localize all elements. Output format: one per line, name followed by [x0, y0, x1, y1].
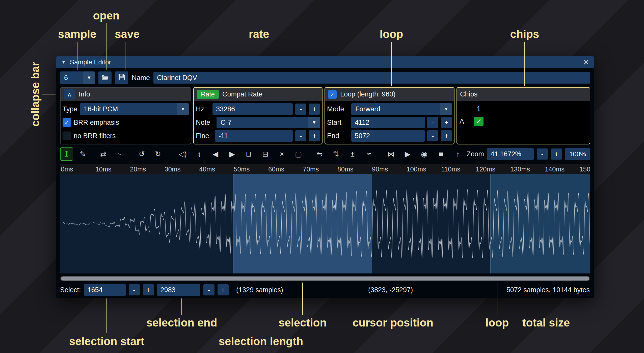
- resample-button[interactable]: ~: [113, 147, 126, 161]
- ruler-tick-label: 50ms: [234, 165, 250, 173]
- normalize-button[interactable]: ↕: [193, 147, 206, 161]
- crossfade-button[interactable]: ⋈: [384, 147, 397, 161]
- redo-button[interactable]: ↻: [151, 147, 165, 161]
- selection-start-minus-button[interactable]: -: [129, 284, 140, 295]
- delete-button[interactable]: ×: [275, 147, 288, 161]
- resize-button[interactable]: ⇄: [97, 147, 110, 161]
- selection-start-plus-button[interactable]: +: [143, 284, 154, 295]
- draw-mode-button[interactable]: ✎: [76, 147, 89, 161]
- rate-header: Rate Compat Rate: [194, 88, 322, 101]
- note-label: Note: [196, 119, 214, 127]
- scrollbar-thumb[interactable]: [61, 276, 589, 281]
- selection-end-input[interactable]: [157, 284, 200, 296]
- signed-unsigned-button[interactable]: ±: [346, 147, 359, 161]
- selection-end-minus-button[interactable]: -: [203, 284, 214, 295]
- note-dropdown[interactable]: C-7 ▼: [217, 117, 320, 128]
- annotation-line-loop-bottom: [497, 283, 497, 315]
- zoom-out-button[interactable]: -: [537, 148, 548, 160]
- mode-label: Mode: [327, 105, 349, 113]
- trim-button[interactable]: ▢: [292, 147, 305, 161]
- sample-number-dropdown[interactable]: 6 ▼: [60, 71, 95, 84]
- folder-open-icon: [101, 73, 109, 82]
- collapse-bar-button[interactable]: ∧: [64, 89, 75, 99]
- loop-enable-checkbox[interactable]: ✓: [328, 90, 337, 99]
- ruler-tick-label: 130ms: [510, 165, 530, 173]
- hz-label: Hz: [196, 105, 210, 113]
- hz-input[interactable]: [212, 103, 293, 115]
- select-mode-button[interactable]: I: [60, 147, 73, 161]
- no-brr-filters-checkbox[interactable]: [63, 132, 71, 140]
- chip-enable-checkbox[interactable]: ✓: [474, 117, 484, 126]
- ruler-tick-label: 40ms: [199, 165, 215, 173]
- zoom-in-button[interactable]: +: [551, 148, 562, 160]
- window-caret-icon[interactable]: ▼: [61, 60, 66, 65]
- save-sample-button[interactable]: [115, 71, 128, 84]
- fade-out-button[interactable]: ▶: [226, 147, 239, 161]
- loop-mode-dropdown[interactable]: Forward ▼: [351, 103, 452, 115]
- annotation-line-total-size: [546, 298, 546, 315]
- ruler-tick-label: 70ms: [303, 165, 319, 173]
- loop-mode-value: Forward: [351, 103, 440, 115]
- minus-icon: -: [541, 150, 544, 158]
- window-titlebar[interactable]: ▼ Sample Editor ×: [56, 56, 594, 68]
- preview-button[interactable]: ▶: [401, 147, 414, 161]
- loop-start-minus-button[interactable]: -: [427, 117, 438, 128]
- import-button[interactable]: ↑: [451, 147, 464, 161]
- annotation-loop-top: loop: [380, 28, 403, 40]
- preview-loop-button[interactable]: ◉: [418, 147, 431, 161]
- loop-end-plus-button[interactable]: +: [441, 130, 452, 141]
- preview-icon: ▶: [405, 150, 410, 158]
- ruler-tick-label: 20ms: [130, 165, 146, 173]
- brr-emphasis-label: BRR emphasis: [74, 119, 119, 127]
- minus-icon: -: [208, 286, 210, 294]
- fine-plus-button[interactable]: +: [309, 130, 320, 141]
- annotation-line-chips: [524, 42, 525, 86]
- ruler-tick-label: 0ms: [61, 165, 73, 173]
- amplify-button[interactable]: ◁): [176, 147, 189, 161]
- annotation-line-open: [106, 23, 106, 70]
- resample-icon: ~: [117, 150, 122, 158]
- annotation-line-loop-bottom: [492, 282, 591, 282]
- redo-icon: ↻: [155, 150, 161, 158]
- waveform-scrollbar[interactable]: [60, 276, 590, 281]
- selection-start-input[interactable]: [84, 284, 126, 296]
- loop-end-input[interactable]: [351, 130, 425, 142]
- sample-type-dropdown[interactable]: 16-bit PCM ▼: [80, 103, 189, 115]
- zoom-input[interactable]: [487, 148, 534, 160]
- waveform-display[interactable]: [60, 174, 590, 273]
- fade-out-icon: ▶: [229, 150, 235, 158]
- type-label: Type: [63, 105, 77, 113]
- zoom-reset-button[interactable]: 100%: [565, 148, 590, 160]
- hz-minus-button[interactable]: -: [295, 104, 306, 115]
- selection-end-plus-button[interactable]: +: [218, 284, 229, 295]
- reverse-button[interactable]: ⇋: [313, 147, 326, 161]
- loop-start-plus-button[interactable]: +: [441, 117, 452, 128]
- fine-minus-button[interactable]: -: [295, 130, 306, 141]
- time-ruler[interactable]: 0ms10ms20ms30ms40ms50ms60ms70ms80ms90ms1…: [60, 164, 590, 174]
- invert-button[interactable]: ⇅: [330, 147, 343, 161]
- insert-silence-button[interactable]: ⊔: [242, 147, 255, 161]
- loop-end-minus-button[interactable]: -: [427, 130, 438, 141]
- filter-icon: ≈: [367, 150, 371, 158]
- close-icon[interactable]: ×: [583, 57, 589, 67]
- stop-button[interactable]: ■: [434, 147, 447, 161]
- brr-emphasis-checkbox[interactable]: ✓: [63, 118, 71, 127]
- annotation-open: open: [93, 9, 119, 22]
- ruler-tick-label: 30ms: [165, 165, 181, 173]
- zoom-label: Zoom: [467, 150, 484, 158]
- filter-button[interactable]: ≈: [363, 147, 376, 161]
- fine-input[interactable]: [215, 130, 293, 142]
- plus-icon: +: [312, 105, 316, 113]
- hz-plus-button[interactable]: +: [309, 104, 320, 115]
- undo-button[interactable]: ↺: [135, 147, 148, 161]
- loop-start-input[interactable]: [351, 117, 425, 128]
- annotation-line-cursor-position: [393, 298, 393, 315]
- loop-start-label: Start: [327, 119, 349, 127]
- fade-in-button[interactable]: ◀: [209, 147, 222, 161]
- sample-row: 6 ▼ Name: [56, 68, 594, 87]
- open-sample-button[interactable]: [98, 71, 112, 84]
- apply-silence-button[interactable]: ⊟: [259, 147, 272, 161]
- signed-unsigned-icon: ±: [351, 150, 355, 158]
- annotation-line-selection: [234, 282, 373, 282]
- chips-header-label: Chips: [460, 90, 477, 98]
